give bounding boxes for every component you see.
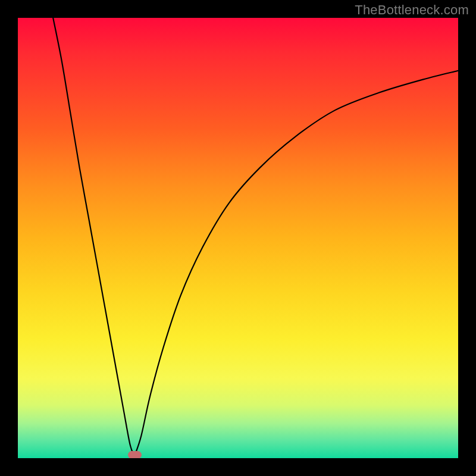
right-branch-path (134, 71, 458, 456)
left-branch-path (53, 18, 134, 456)
curve-svg (18, 18, 458, 458)
chart-container: TheBottleneck.com (0, 0, 476, 476)
min-marker (128, 451, 142, 458)
watermark-text: TheBottleneck.com (355, 2, 469, 18)
plot-area (18, 18, 458, 458)
